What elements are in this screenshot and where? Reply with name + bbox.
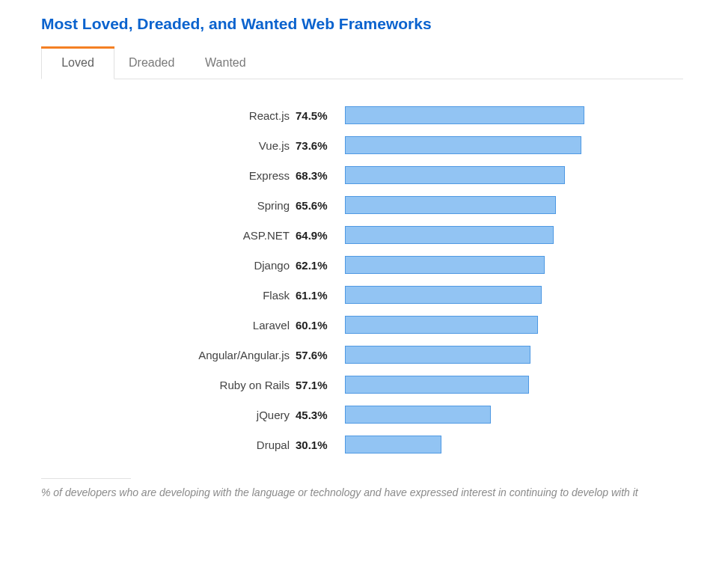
chart-row-value: 62.1% xyxy=(296,259,342,272)
chart-row-bar-track xyxy=(345,226,667,244)
chart-row-label: jQuery xyxy=(41,409,296,421)
chart-row: Express68.3% xyxy=(41,160,683,190)
chart-row-value: 65.6% xyxy=(296,199,342,212)
chart-row-label: Vue.js xyxy=(41,139,296,152)
chart-row-label: Drupal xyxy=(41,439,296,451)
chart-title: Most Loved, Dreaded, and Wanted Web Fram… xyxy=(41,15,683,33)
chart-row: Laravel60.1% xyxy=(41,310,683,340)
chart-row-bar-track xyxy=(345,136,667,154)
chart-row-bar-track xyxy=(345,376,667,394)
chart-row: Ruby on Rails57.1% xyxy=(41,370,683,400)
chart-row-value: 57.1% xyxy=(296,379,342,391)
tab-dreaded[interactable]: Dreaded xyxy=(114,46,189,79)
chart-row-bar-track xyxy=(345,256,667,274)
chart-row: Drupal30.1% xyxy=(41,430,683,459)
chart-row: Angular/Angular.js57.6% xyxy=(41,340,683,370)
chart-row: Django62.1% xyxy=(41,250,683,280)
chart-row-value: 73.6% xyxy=(296,139,342,152)
chart-row-label: ASP.NET xyxy=(41,229,296,242)
chart-row: React.js74.5% xyxy=(41,100,683,130)
chart-row-bar xyxy=(345,166,565,184)
chart-row-bar xyxy=(345,226,554,244)
chart-row-bar-track xyxy=(345,106,667,124)
chart-row-bar-track xyxy=(345,346,667,364)
chart-row: ASP.NET64.9% xyxy=(41,220,683,250)
chart-row-label: Angular/Angular.js xyxy=(41,349,296,361)
chart-row-value: 74.5% xyxy=(296,109,342,122)
chart-row-label: Laravel xyxy=(41,319,296,332)
chart-row-value: 68.3% xyxy=(296,169,342,182)
chart-row-value: 64.9% xyxy=(296,229,342,242)
chart-row-bar xyxy=(345,376,529,394)
tabs-strip: Loved Dreaded Wanted xyxy=(41,46,683,79)
chart-footnote: % of developers who are developing with … xyxy=(41,485,662,501)
chart-row-label: Spring xyxy=(41,199,296,212)
chart-row-bar xyxy=(345,346,530,364)
chart-row-bar-track xyxy=(345,316,667,334)
chart-row-bar xyxy=(345,406,491,424)
tab-loved[interactable]: Loved xyxy=(41,46,114,79)
tab-wanted[interactable]: Wanted xyxy=(189,46,262,79)
chart-row-bar xyxy=(345,106,584,124)
chart-row-bar xyxy=(345,436,441,453)
chart-row-bar xyxy=(345,136,581,154)
chart-row-bar xyxy=(345,196,556,214)
chart-row: Spring65.6% xyxy=(41,190,683,220)
chart-row-value: 61.1% xyxy=(296,289,342,302)
chart-row: Vue.js73.6% xyxy=(41,130,683,160)
chart-row: Flask61.1% xyxy=(41,280,683,310)
chart-row-bar-track xyxy=(345,436,667,453)
chart-row-label: Express xyxy=(41,169,296,182)
chart-row-label: Django xyxy=(41,259,296,272)
chart-row-label: React.js xyxy=(41,109,296,122)
chart-row-bar-track xyxy=(345,286,667,304)
chart-row-bar xyxy=(345,286,542,304)
chart-row-value: 57.6% xyxy=(296,349,342,361)
footnote-divider xyxy=(41,478,131,479)
chart-row-bar-track xyxy=(345,196,667,214)
chart-row-bar-track xyxy=(345,406,667,424)
chart-row-label: Ruby on Rails xyxy=(41,379,296,391)
chart-row-bar xyxy=(345,256,545,274)
chart-row-bar xyxy=(345,316,538,334)
chart-row-value: 45.3% xyxy=(296,409,342,421)
chart-row-bar-track xyxy=(345,166,667,184)
chart-row-value: 60.1% xyxy=(296,319,342,332)
chart-row-label: Flask xyxy=(41,289,296,302)
chart-rows: React.js74.5%Vue.js73.6%Express68.3%Spri… xyxy=(41,93,683,459)
chart-row: jQuery45.3% xyxy=(41,400,683,430)
chart-row-value: 30.1% xyxy=(296,439,342,451)
